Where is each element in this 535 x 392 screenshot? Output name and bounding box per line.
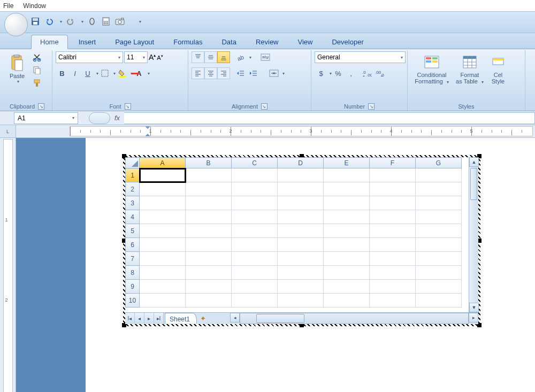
row-header-5[interactable]: 5 bbox=[126, 224, 140, 238]
cell-D3[interactable] bbox=[278, 196, 324, 210]
cell-B2[interactable] bbox=[186, 182, 232, 196]
row-header-6[interactable]: 6 bbox=[126, 238, 140, 252]
spreadsheet-grid[interactable]: ABCDEFG12345678910 bbox=[125, 157, 462, 308]
fx-icon[interactable]: fx bbox=[114, 114, 120, 122]
wrap-text-icon[interactable]: ab bbox=[259, 51, 272, 63]
cell-G5[interactable] bbox=[416, 224, 462, 238]
cell-A4[interactable] bbox=[140, 210, 186, 224]
name-box[interactable]: A1 ▾ bbox=[14, 112, 78, 124]
name-box-dropdown[interactable]: ▾ bbox=[72, 116, 74, 120]
cell-A5[interactable] bbox=[140, 224, 186, 238]
sheet-next-icon[interactable]: ▸ bbox=[144, 313, 154, 324]
align-middle-icon[interactable] bbox=[204, 51, 217, 63]
col-header-F[interactable]: F bbox=[370, 158, 416, 168]
cell-D7[interactable] bbox=[278, 252, 324, 266]
cell-A10[interactable] bbox=[140, 294, 186, 308]
cell-G1[interactable] bbox=[416, 168, 462, 182]
alignment-launcher[interactable]: ↘ bbox=[261, 103, 268, 110]
currency-button[interactable]: $ bbox=[315, 67, 327, 79]
qat-attach-icon[interactable] bbox=[87, 16, 97, 27]
cell-C6[interactable] bbox=[232, 238, 278, 252]
cell-E2[interactable] bbox=[324, 182, 370, 196]
qat-calculator-icon[interactable] bbox=[101, 16, 111, 27]
cell-F10[interactable] bbox=[370, 294, 416, 308]
underline-button[interactable]: U bbox=[81, 67, 94, 79]
scroll-up-icon[interactable]: ▲ bbox=[469, 157, 479, 167]
align-top-icon[interactable] bbox=[192, 51, 204, 63]
grow-font-icon[interactable]: A▴ bbox=[149, 53, 156, 62]
row-header-9[interactable]: 9 bbox=[126, 280, 140, 294]
row-header-2[interactable]: 2 bbox=[126, 182, 140, 196]
cell-E6[interactable] bbox=[324, 238, 370, 252]
horizontal-scrollbar[interactable]: ◂ ▸ bbox=[230, 313, 478, 324]
cell-D10[interactable] bbox=[278, 294, 324, 308]
bold-button[interactable]: B bbox=[56, 67, 68, 79]
row-header-10[interactable]: 10 bbox=[126, 294, 140, 308]
cell-E4[interactable] bbox=[324, 210, 370, 224]
cell-G10[interactable] bbox=[416, 294, 462, 308]
cell-F8[interactable] bbox=[370, 266, 416, 280]
cell-B10[interactable] bbox=[186, 294, 232, 308]
cell-G7[interactable] bbox=[416, 252, 462, 266]
decrease-indent-icon[interactable] bbox=[234, 67, 247, 79]
row-header-4[interactable]: 4 bbox=[126, 210, 140, 224]
cell-D1[interactable] bbox=[278, 168, 324, 182]
scroll-left-icon[interactable]: ◂ bbox=[230, 313, 240, 322]
cell-D8[interactable] bbox=[278, 266, 324, 280]
vertical-ruler[interactable]: 12 bbox=[3, 139, 13, 392]
embedded-spreadsheet-object[interactable]: ABCDEFG12345678910 ▲ ▼ I◂ ◂ ▸ ▸I Sheet1 … bbox=[123, 155, 480, 326]
hscroll-thumb[interactable] bbox=[256, 314, 304, 323]
cell-G3[interactable] bbox=[416, 196, 462, 210]
new-sheet-icon[interactable]: ✦ bbox=[197, 313, 209, 324]
cell-G2[interactable] bbox=[416, 182, 462, 196]
cell-E1[interactable] bbox=[324, 168, 370, 182]
orientation-icon[interactable]: ab bbox=[234, 51, 247, 63]
cell-D6[interactable] bbox=[278, 238, 324, 252]
formula-input[interactable] bbox=[124, 112, 535, 124]
cell-C5[interactable] bbox=[232, 224, 278, 238]
cell-F5[interactable] bbox=[370, 224, 416, 238]
tab-page-layout[interactable]: Page Layout bbox=[106, 35, 163, 49]
qat-camera-icon[interactable] bbox=[114, 16, 125, 27]
cell-styles-button[interactable]: Cel Style bbox=[487, 51, 509, 87]
cell-B8[interactable] bbox=[186, 266, 232, 280]
cell-F6[interactable] bbox=[370, 238, 416, 252]
align-left-icon[interactable] bbox=[192, 67, 204, 79]
cell-C1[interactable] bbox=[232, 168, 278, 182]
scroll-down-icon[interactable]: ▼ bbox=[469, 303, 479, 312]
cell-A3[interactable] bbox=[140, 196, 186, 210]
col-header-C[interactable]: C bbox=[232, 158, 278, 168]
percent-button[interactable]: % bbox=[332, 67, 345, 79]
cell-B3[interactable] bbox=[186, 196, 232, 210]
increase-decimal-icon[interactable]: .0.00 bbox=[361, 67, 373, 79]
tab-data[interactable]: Data bbox=[213, 35, 244, 49]
cell-E9[interactable] bbox=[324, 280, 370, 294]
sheet-prev-icon[interactable]: ◂ bbox=[135, 313, 144, 324]
cell-E8[interactable] bbox=[324, 266, 370, 280]
cell-E5[interactable] bbox=[324, 224, 370, 238]
cell-G9[interactable] bbox=[416, 280, 462, 294]
cell-F2[interactable] bbox=[370, 182, 416, 196]
cell-A9[interactable] bbox=[140, 280, 186, 294]
horizontal-ruler[interactable]: 12345 bbox=[70, 126, 533, 136]
sheet-last-icon[interactable]: ▸I bbox=[154, 313, 164, 324]
cell-G6[interactable] bbox=[416, 238, 462, 252]
cell-D5[interactable] bbox=[278, 224, 324, 238]
col-header-G[interactable]: G bbox=[416, 158, 462, 168]
cell-B9[interactable] bbox=[186, 280, 232, 294]
fill-color-button[interactable] bbox=[116, 67, 128, 79]
tab-home[interactable]: Home bbox=[31, 35, 68, 49]
cell-B6[interactable] bbox=[186, 238, 232, 252]
office-button[interactable] bbox=[4, 13, 28, 36]
select-all-cell[interactable] bbox=[126, 158, 140, 168]
paste-button[interactable]: Paste ▾ bbox=[5, 51, 29, 87]
conditional-formatting-button[interactable]: Conditional Formatting ▾ bbox=[411, 51, 453, 87]
tab-view[interactable]: View bbox=[289, 35, 322, 49]
clipboard-launcher[interactable]: ↘ bbox=[38, 103, 44, 110]
cut-icon[interactable] bbox=[31, 51, 43, 63]
sheet-tab-sheet1[interactable]: Sheet1 bbox=[165, 313, 197, 324]
cell-E10[interactable] bbox=[324, 294, 370, 308]
font-name-select[interactable]: Calibri▾ bbox=[56, 51, 123, 63]
cell-F4[interactable] bbox=[370, 210, 416, 224]
col-header-A[interactable]: A bbox=[140, 158, 186, 168]
